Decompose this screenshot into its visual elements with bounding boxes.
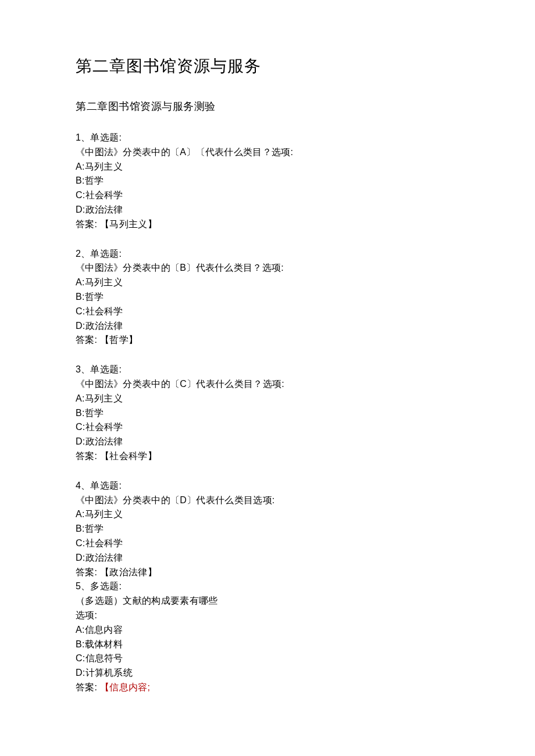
question-number: 4、单选题: [76,479,459,493]
question-option: C:社会科学 [76,420,459,435]
question-option: A:马列主义 [76,507,459,522]
question-3: 3、单选题: 《中图法》分类表中的〔C〕代表什么类目？选项: A:马列主义 B:… [76,363,459,464]
question-4: 4、单选题: 《中图法》分类表中的〔D〕代表什么类目选项: A:马列主义 B:哲… [76,479,459,580]
question-number: 3、单选题: [76,363,459,377]
document-page: 第二章图书馆资源与服务 第二章图书馆资源与服务测验 1、单选题: 《中图法》分类… [0,0,535,718]
question-answer: 答案: 【政治法律】 [76,565,459,580]
question-option: D:政治法律 [76,551,459,565]
question-answer: 答案: 【社会科学】 [76,449,459,464]
question-stem: 《中图法》分类表中的〔C〕代表什么类目？选项: [76,377,459,392]
question-option: C:社会科学 [76,304,459,319]
question-option: B:哲学 [76,290,459,304]
answer-highlight: 【信息内容; [100,682,150,692]
question-option: C:社会科学 [76,536,459,551]
question-answer: 答案: 【信息内容; [76,680,459,695]
question-option: C:社会科学 [76,188,459,203]
question-option: A:信息内容 [76,623,459,637]
question-number: 2、单选题: [76,247,459,261]
question-option: D:计算机系统 [76,666,459,680]
question-option: D:政治法律 [76,435,459,449]
question-option: B:载体材料 [76,637,459,652]
question-1: 1、单选题: 《中图法》分类表中的〔A〕〔代表什么类目？选项: A:马列主义 B… [76,131,459,232]
question-option: B:哲学 [76,406,459,421]
question-option: B:哲学 [76,174,459,188]
section-title: 第二章图书馆资源与服务测验 [76,99,459,113]
question-option: D:政治法律 [76,203,459,217]
question-number: 1、单选题: [76,131,459,145]
chapter-title: 第二章图书馆资源与服务 [76,55,459,77]
question-option: A:马列主义 [76,275,459,290]
question-option: C:信息符号 [76,651,459,666]
question-options-label: 选项: [76,608,459,623]
question-stem: 《中图法》分类表中的〔B〕代表什么类目？选项: [76,261,459,275]
question-5: 5、多选题: （多选题）文献的构成要素有哪些 选项: A:信息内容 B:载体材料… [76,579,459,694]
question-stem: 《中图法》分类表中的〔A〕〔代表什么类目？选项: [76,145,459,160]
question-2: 2、单选题: 《中图法》分类表中的〔B〕代表什么类目？选项: A:马列主义 B:… [76,247,459,348]
question-answer: 答案: 【哲学】 [76,333,459,347]
answer-prefix: 答案: [76,682,100,692]
question-option: A:马列主义 [76,160,459,174]
question-stem: 《中图法》分类表中的〔D〕代表什么类目选项: [76,493,459,508]
question-number: 5、多选题: [76,579,459,594]
question-option: D:政治法律 [76,319,459,334]
question-option: A:马列主义 [76,392,459,406]
question-answer: 答案: 【马列主义】 [76,217,459,232]
question-option: B:哲学 [76,522,459,536]
question-stem: （多选题）文献的构成要素有哪些 [76,594,459,608]
